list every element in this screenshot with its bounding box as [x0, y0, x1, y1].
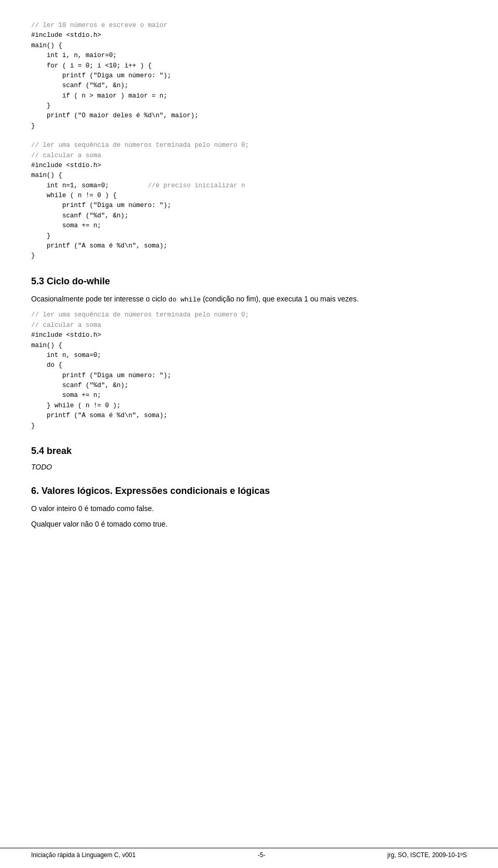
section-6-heading: 6. Valores lógicos. Expressões condicion…: [31, 486, 467, 497]
code-block-1: // ler 10 números e escreve o maior #inc…: [31, 21, 467, 131]
footer-center: -5-: [258, 851, 266, 859]
todo-text: TODO: [31, 463, 467, 471]
code-comment-2a: // ler uma sequência de números terminad…: [31, 142, 249, 149]
page: // ler 10 números e escreve o maior #inc…: [0, 0, 498, 868]
code-comment-3a: // ler uma sequência de números terminad…: [31, 311, 249, 319]
code-comment-1: // ler 10 números e escreve o maior: [31, 22, 168, 29]
code-block-3: // ler uma sequência de números terminad…: [31, 310, 467, 431]
code-comment-2c: //é preciso inicializar n: [148, 182, 245, 189]
footer-left: Iniciação rápida à Linguagem C, v001: [31, 851, 135, 859]
section-6-line2: Qualquer valor não 0 é tomado como true.: [31, 518, 467, 530]
page-footer: Iniciação rápida à Linguagem C, v001 -5-…: [0, 848, 498, 859]
section-5-3-body: Ocasionalmente pode ter interesse o cicl…: [31, 293, 467, 306]
footer-right: jrg, SO, ISCTE, 2009-10-1ºS: [388, 851, 467, 859]
body-text-before-code: Ocasionalmente pode ter interesse o cicl…: [31, 295, 167, 303]
code-comment-3b: // calcular a soma: [31, 322, 101, 329]
do-while-inline-code: do while: [169, 296, 201, 304]
code-comment-2b: // calcular a soma: [31, 152, 101, 159]
body-text-after-code: (condição no fim), que executa 1 ou mais…: [203, 295, 358, 303]
section-5-4-heading: 5.4 break: [31, 446, 467, 457]
code-block-2: // ler uma sequência de números terminad…: [31, 141, 467, 261]
section-6-line1: O valor inteiro 0 é tomado como false.: [31, 503, 467, 514]
section-5-3-heading: 5.3 Ciclo do-while: [31, 276, 467, 287]
